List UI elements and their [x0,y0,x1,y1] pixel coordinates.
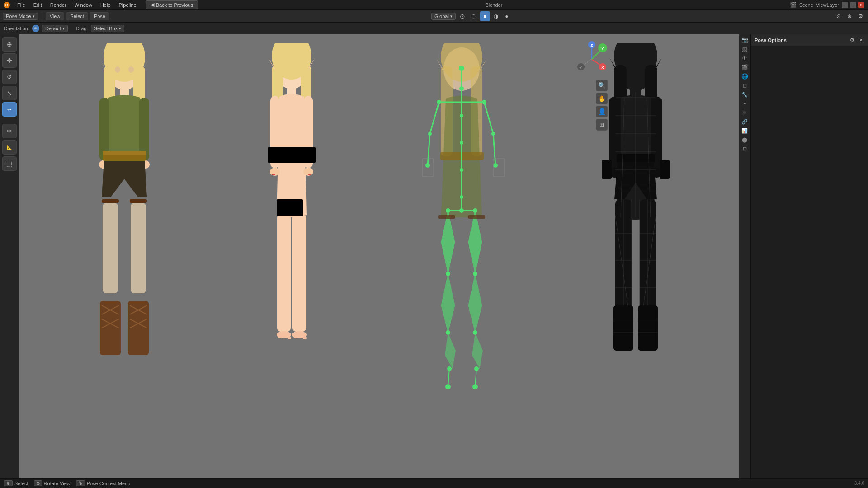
properties-close-button[interactable]: × [858,37,864,43]
render-props-icon[interactable]: 📷 [741,36,749,44]
select-menu[interactable]: Select [66,12,88,20]
minimize-button[interactable]: − [842,2,848,8]
material-shading[interactable]: ◑ [491,11,501,21]
rotate-status: ⊕ Rotate View [34,480,71,486]
svg-point-59 [460,114,463,117]
wireframe-shading[interactable]: ⬚ [469,11,479,21]
menu-render[interactable]: Render [47,1,70,9]
physics-props-icon[interactable]: ⚛ [741,108,749,117]
orientation-label: Orientation: [4,26,29,31]
menu-window[interactable]: Window [71,1,96,9]
window-controls: − □ × [842,2,864,8]
svg-rect-15 [102,199,119,203]
properties-settings-icon[interactable]: ⚙ [848,37,856,43]
zoom-icon[interactable]: 🔍 [596,80,608,91]
overlay-icon[interactable]: ⊙ [834,11,844,21]
svg-line-87 [448,369,449,387]
world-props-icon[interactable]: 🌐 [741,72,749,80]
svg-rect-137 [613,305,633,351]
close-button[interactable]: × [858,2,864,8]
grid-props-icon[interactable]: ⊞ [741,145,749,153]
material-props-icon[interactable]: ⬤ [741,136,749,144]
viewport[interactable]: Z X Y Y 🔍 ✋ 👤 ⊞ [19,34,739,478]
svg-rect-144 [660,160,670,179]
maximize-button[interactable]: □ [850,2,856,8]
svg-rect-16 [130,199,147,203]
main-area: ⊕ ✥ ↺ ⤡ ↔ ✏ 📐 ⬚ [0,34,868,478]
back-to-previous-button[interactable]: ◀ Back to Previous [146,0,198,9]
pose-menu[interactable]: Pose [90,12,109,20]
axis-gizmo[interactable]: Z X Y Y [574,41,610,77]
cursor-tool[interactable]: ⊕ [2,37,17,52]
annotate-tool[interactable]: ✏ [2,124,17,138]
pivot-icon[interactable]: ⊙ [458,11,467,21]
global-dropdown[interactable]: Global [431,13,456,20]
transform-tool[interactable]: ↔ [2,102,17,117]
viewlayer-label: ViewLayer [816,2,839,8]
gizmo-icon[interactable]: ⊕ [844,11,854,21]
orientation-type-icon[interactable]: ⊕ [32,25,39,32]
orientation-toolbar: Orientation: ⊕ Default Drag: Select Box [0,23,868,34]
properties-content [751,46,868,53]
orientation-dropdown[interactable]: Default [42,25,68,32]
select-box-tool[interactable]: ⬚ [2,156,17,171]
scale-tool[interactable]: ⤡ [2,86,17,100]
select-label: Select [14,481,28,486]
character-3-svg [410,43,514,396]
svg-marker-92 [472,333,483,369]
svg-rect-143 [602,160,612,179]
svg-point-48 [294,336,297,338]
character-2-base [249,43,335,469]
censor-bar-lower [277,199,303,216]
svg-rect-99 [468,215,485,219]
render-shading[interactable]: ● [502,11,512,21]
grid-icon[interactable]: ⊞ [596,119,608,131]
scene-props-icon[interactable]: 🎬 [741,63,749,71]
menu-edit[interactable]: Edit [30,1,46,9]
output-props-icon[interactable]: 🖼 [741,45,749,53]
particles-props-icon[interactable]: ✦ [741,99,749,108]
app-icon: B [4,2,10,8]
menu-pipeline[interactable]: Pipeline [115,1,140,9]
header-right-icons: ⊙ ⊕ ⚙ [834,11,865,21]
svg-rect-43 [292,214,306,332]
drag-dropdown[interactable]: Select Box [91,25,125,32]
svg-point-41 [308,174,311,175]
character-3-rig [410,43,514,469]
shading-buttons: ⬚ ■ ◑ ● [469,11,512,21]
properties-header: Pose Options ⚙ × [751,34,868,46]
move-tool[interactable]: ✥ [2,53,17,68]
viewport-settings-icon[interactable]: ⚙ [855,11,865,21]
measure-tool[interactable]: 📐 [2,140,17,155]
svg-point-46 [278,336,282,338]
object-icon[interactable]: 👤 [596,106,608,117]
svg-text:Y: Y [580,66,582,70]
character-container [19,34,739,478]
svg-rect-20 [128,301,149,355]
modifier-props-icon[interactable]: 🔧 [741,90,749,99]
rotate-tool[interactable]: ↺ [2,70,17,84]
svg-marker-90 [468,274,482,333]
pose-mode-dropdown[interactable]: Pose Mode [3,13,38,20]
menu-file[interactable]: File [14,1,29,9]
properties-title: Pose Options [755,38,787,43]
view-layer-icon[interactable]: 👁 [741,54,749,62]
right-sidebar-icons: 📷 🖼 👁 🎬 🌐 ◻ 🔧 ✦ ⚛ 🔗 📊 ⬤ ⊞ [739,34,750,478]
svg-marker-88 [468,211,482,274]
svg-line-71 [484,102,493,134]
back-label: Back to Previous [156,2,193,8]
menu-help[interactable]: Help [97,1,114,9]
view-menu[interactable]: View [46,12,65,20]
data-props-icon[interactable]: 📊 [741,127,749,135]
separator [42,12,42,20]
pan-icon[interactable]: ✋ [596,93,608,104]
solid-shading[interactable]: ■ [480,11,490,21]
left-mouse-icon: 🖱 [4,480,13,486]
svg-point-4 [115,66,120,73]
properties-header-controls: ⚙ × [848,37,864,43]
svg-rect-42 [277,214,291,332]
object-props-icon[interactable]: ◻ [741,81,749,89]
constraints-props-icon[interactable]: 🔗 [741,117,749,126]
svg-point-70 [425,163,430,168]
left-toolbar: ⊕ ✥ ↺ ⤡ ↔ ✏ 📐 ⬚ [0,34,19,478]
